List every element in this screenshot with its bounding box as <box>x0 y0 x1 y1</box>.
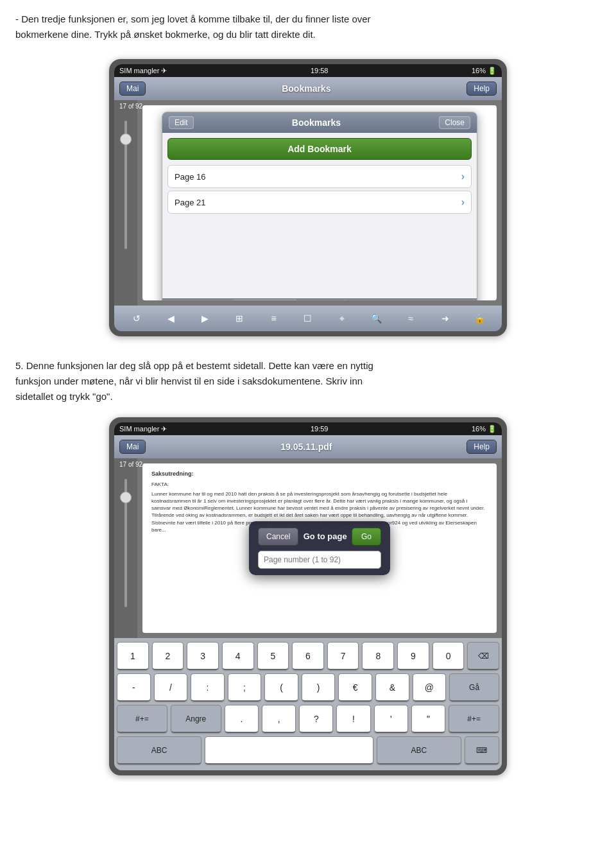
tool-icon-box[interactable]: ☐ <box>300 310 316 327</box>
top-text-line1: - Den tredje funksjonen er, som jeg love… <box>15 12 601 27</box>
ipad-toolbar-1: Mai Bookmarks Help <box>114 77 502 100</box>
page-indicator-2: 17 of 92 <box>119 461 142 468</box>
bookmarks-close-button[interactable]: Close <box>439 116 470 129</box>
tab-bookmarks[interactable]: Bookmarks <box>234 299 296 300</box>
ipad-toolbar-2: Mai 19.05.11.pdf Help <box>114 435 502 458</box>
pdf-main-1: Edit Bookmarks Close Add Bookmark Page 1… <box>142 105 497 300</box>
bookmarks-edit-button[interactable]: Edit <box>169 116 194 129</box>
tool-icon-search[interactable]: 🔍 <box>368 310 385 327</box>
tool-icon-back[interactable]: ◀ <box>162 310 179 327</box>
key-semicolon[interactable]: ; <box>228 673 262 702</box>
toolbar-title-1: Bookmarks <box>282 83 330 94</box>
key-delete[interactable]: ⌫ <box>467 642 499 670</box>
add-bookmark-button[interactable]: Add Bookmark <box>167 138 472 160</box>
ipad-inner-1: SIM mangler ✈ 19:58 16% 🔋 Mai Bookmarks … <box>114 64 502 331</box>
pdf-heading: Saksutredning: <box>151 470 488 478</box>
slider-thumb-1[interactable] <box>120 134 132 145</box>
key-dash[interactable]: - <box>117 673 151 702</box>
bookmark-label-0: Page 16 <box>175 172 205 182</box>
top-text-section: - Den tredje funksjonen er, som jeg love… <box>0 0 616 49</box>
key-rparen[interactable]: ) <box>302 673 336 702</box>
mid-text-section: 5. Denne funksjonen lar deg slå opp på e… <box>0 347 616 411</box>
bookmark-item-1[interactable]: Page 21 › <box>167 191 472 214</box>
key-abc-right[interactable]: ABC <box>377 736 461 765</box>
tool-icon-share[interactable]: ≈ <box>402 310 419 327</box>
key-ampersand[interactable]: & <box>375 673 409 702</box>
bookmark-arrow-1: › <box>461 196 465 208</box>
key-undo[interactable]: Angre <box>171 705 221 733</box>
key-4[interactable]: 4 <box>222 642 254 670</box>
mid-text-line3: sidetallet og trykk "go". <box>15 389 601 404</box>
key-5[interactable]: 5 <box>257 642 289 670</box>
goto-page-input[interactable] <box>258 551 381 569</box>
keyboard: 1 2 3 4 5 6 7 8 9 0 ⌫ - / : ; ( ) € <box>114 638 502 770</box>
tab-annotations[interactable]: Annotations <box>345 299 406 300</box>
goto-title: Go to page <box>302 528 348 546</box>
bookmark-item-0[interactable]: Page 16 › <box>167 165 472 188</box>
toolbar-right-btn-1[interactable]: Help <box>466 82 497 96</box>
key-apostrophe[interactable]: ' <box>374 705 408 733</box>
key-9[interactable]: 9 <box>397 642 429 670</box>
bookmarks-empty-space <box>167 216 472 293</box>
key-slash[interactable]: / <box>154 673 188 702</box>
bookmark-label-1: Page 21 <box>175 198 205 207</box>
key-2[interactable]: 2 <box>152 642 184 670</box>
key-lparen[interactable]: ( <box>264 673 298 702</box>
tool-icon-bookmark[interactable]: ⌖ <box>334 310 350 327</box>
goto-buttons: Cancel Go to page Go <box>258 528 381 546</box>
tool-icon-list[interactable]: ≡ <box>266 310 282 327</box>
key-hash-equals-2[interactable]: #+= <box>449 705 499 733</box>
key-6[interactable]: 6 <box>292 642 324 670</box>
tool-icon-forward[interactable]: ▶ <box>197 310 214 327</box>
bookmarks-overlay: Edit Bookmarks Close Add Bookmark Page 1… <box>162 112 477 300</box>
key-0[interactable]: 0 <box>432 642 465 670</box>
pdf-sidebar-2: 17 of 92 <box>114 458 137 638</box>
ipad-screenshot-1: SIM mangler ✈ 19:58 16% 🔋 Mai Bookmarks … <box>109 59 507 336</box>
key-euro[interactable]: € <box>338 673 372 702</box>
pdf-subheading: FAKTA: <box>151 481 488 488</box>
tool-icon-export[interactable]: ➜ <box>437 310 454 327</box>
key-space[interactable] <box>205 736 373 765</box>
bookmark-arrow-0: › <box>461 171 465 182</box>
tab-outlines[interactable]: Outlines <box>296 299 345 300</box>
key-colon[interactable]: : <box>191 673 225 702</box>
tool-icon-lock[interactable]: 🔒 <box>471 310 488 327</box>
key-question[interactable]: ? <box>299 705 333 733</box>
status-center-2: 19:59 <box>311 425 329 433</box>
toolbar-left-btn-2[interactable]: Mai <box>119 440 146 454</box>
slider-track-2 <box>124 479 127 607</box>
goto-go-button[interactable]: Go <box>352 528 381 546</box>
bookmarks-header: Edit Bookmarks Close <box>162 112 477 133</box>
key-at[interactable]: @ <box>413 673 447 702</box>
tool-icon-refresh[interactable]: ↺ <box>128 310 145 327</box>
toolbar-right-btn-2[interactable]: Help <box>466 440 497 454</box>
slider-thumb-2[interactable] <box>120 492 132 503</box>
bookmarks-content: Add Bookmark Page 16 › Page 21 › <box>162 133 477 298</box>
status-right-1: 16% 🔋 <box>472 67 497 75</box>
key-7[interactable]: 7 <box>327 642 359 670</box>
key-1[interactable]: 1 <box>117 642 149 670</box>
mid-text-line2: funksjon under møtene, når vi blir henvi… <box>15 374 601 389</box>
key-3[interactable]: 3 <box>187 642 219 670</box>
key-go[interactable]: Gå <box>449 673 499 702</box>
keyboard-row-2: - / : ; ( ) € & @ Gå <box>117 673 499 702</box>
key-abc-left[interactable]: ABC <box>117 736 201 765</box>
status-bar-2: SIM mangler ✈ 19:59 16% 🔋 <box>114 422 502 435</box>
status-left-2: SIM mangler ✈ <box>119 425 167 433</box>
pdf-area-1: 17 of 92 Edit Bookmarks Close Add Bookma… <box>114 100 502 306</box>
page-indicator-1: 17 of 92 <box>119 103 142 110</box>
toolbar-left-btn-1[interactable]: Mai <box>119 82 146 96</box>
tool-icon-grid[interactable]: ⊞ <box>231 310 248 327</box>
status-left-1: SIM mangler ✈ <box>119 67 167 75</box>
goto-cancel-button[interactable]: Cancel <box>258 528 298 546</box>
key-comma[interactable]: , <box>262 705 296 733</box>
key-exclaim[interactable]: ! <box>336 705 370 733</box>
key-8[interactable]: 8 <box>362 642 394 670</box>
pdf-sidebar-1: 17 of 92 <box>114 100 137 306</box>
key-dquote[interactable]: " <box>411 705 445 733</box>
bookmarks-title: Bookmarks <box>194 117 440 128</box>
ipad-screenshot-2: SIM mangler ✈ 19:59 16% 🔋 Mai 19.05.11.p… <box>109 417 507 775</box>
key-keyboard-icon[interactable]: ⌨ <box>465 736 499 765</box>
key-hash-equals[interactable]: #+= <box>117 705 167 733</box>
key-period[interactable]: . <box>225 705 259 733</box>
